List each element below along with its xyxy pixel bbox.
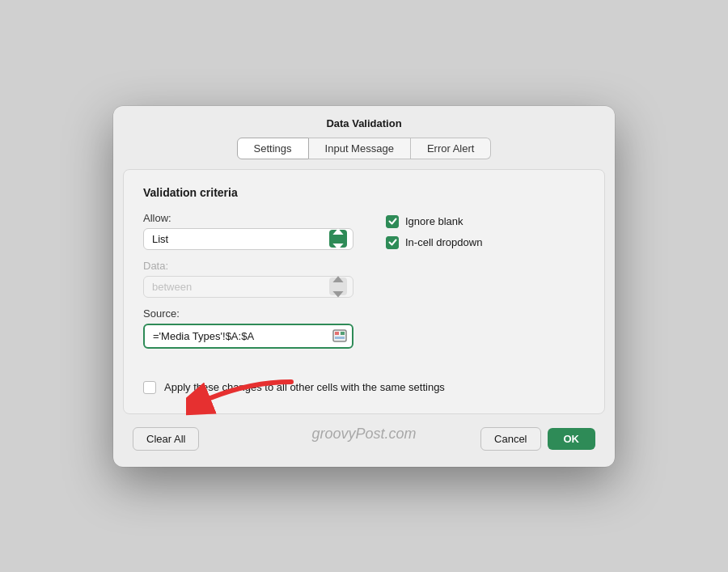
- tab-settings[interactable]: Settings: [237, 138, 309, 159]
- source-input[interactable]: [143, 324, 353, 349]
- cancel-button[interactable]: Cancel: [480, 427, 540, 451]
- ignore-blank-row: Ignore blank: [386, 215, 585, 228]
- ok-button[interactable]: OK: [548, 428, 596, 450]
- data-select-wrapper: between: [143, 276, 353, 298]
- checkboxes-col: Ignore blank In-cell dropdown: [386, 212, 585, 257]
- footer-right-buttons: Cancel OK: [480, 427, 595, 451]
- in-cell-dropdown-checkbox[interactable]: [386, 236, 399, 249]
- in-cell-dropdown-row: In-cell dropdown: [386, 236, 585, 249]
- svg-rect-2: [341, 332, 345, 335]
- dialog-title: Data Validation: [113, 106, 615, 138]
- apply-changes-row: Apply these changes to all other cells w…: [143, 381, 585, 394]
- data-validation-dialog: Data Validation Settings Input Message E…: [113, 106, 615, 467]
- dialog-footer: Clear All Cancel OK: [113, 414, 615, 451]
- data-row: Data: between: [143, 260, 353, 298]
- ignore-blank-checkbox[interactable]: [386, 215, 399, 228]
- tab-input-message[interactable]: Input Message: [309, 138, 411, 159]
- svg-rect-1: [335, 332, 339, 335]
- allow-row: Allow: List: [143, 212, 353, 250]
- in-cell-dropdown-label: In-cell dropdown: [405, 236, 482, 248]
- source-label: Source:: [143, 307, 353, 320]
- allow-select[interactable]: List: [143, 228, 353, 250]
- allow-select-wrapper: List: [143, 228, 353, 250]
- data-select[interactable]: between: [143, 276, 353, 298]
- allow-label: Allow:: [143, 212, 353, 224]
- tab-bar: Settings Input Message Error Alert: [113, 138, 615, 159]
- source-input-wrapper: [143, 324, 353, 349]
- data-label: Data:: [143, 260, 353, 272]
- ignore-blank-label: Ignore blank: [405, 215, 463, 227]
- section-title: Validation criteria: [143, 186, 585, 199]
- source-cell-select-icon[interactable]: [331, 327, 349, 345]
- svg-rect-3: [335, 337, 345, 339]
- apply-changes-label: Apply these changes to all other cells w…: [164, 381, 445, 393]
- tab-error-alert[interactable]: Error Alert: [411, 138, 492, 159]
- clear-all-button[interactable]: Clear All: [133, 427, 199, 451]
- source-row: Source:: [143, 307, 353, 349]
- apply-changes-checkbox[interactable]: [143, 381, 156, 394]
- dialog-body: Validation criteria Allow: List: [123, 169, 605, 414]
